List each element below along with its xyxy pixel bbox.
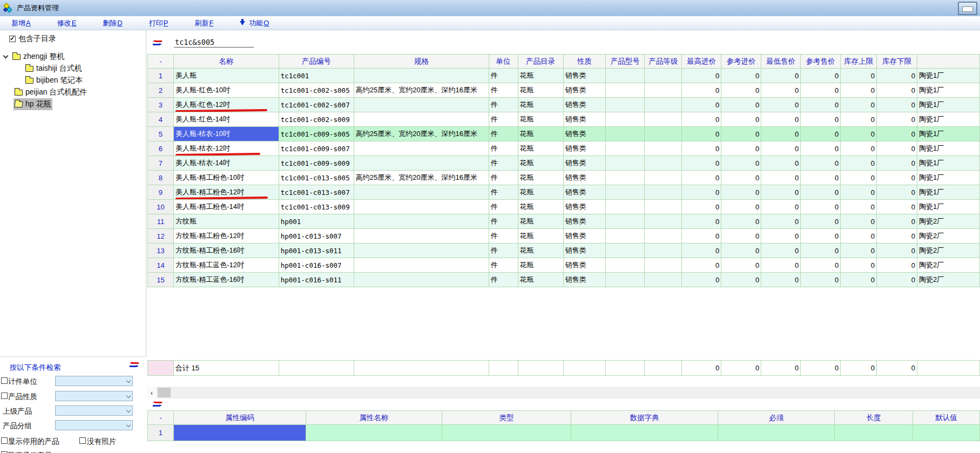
cell-grade[interactable] [645,112,682,127]
cell-stock_up[interactable]: 0 [841,214,877,229]
collapse-panel-icon[interactable] [130,362,139,368]
scroll-left-button[interactable]: ‹ [147,387,157,398]
sidebar-item-peijian[interactable]: peijian 台式机配件 [0,86,146,98]
cell-name[interactable]: 方纹瓶 [173,214,279,229]
cell-max_buy[interactable]: 0 [682,185,721,200]
attr-cell-length[interactable] [835,425,913,441]
column-header-最高进价[interactable]: 最高进价 [682,55,721,69]
cell-stock_up[interactable]: 0 [841,156,877,171]
cell-spec[interactable] [354,200,489,214]
cell-nature[interactable]: 销售类 [563,171,606,185]
cell-factory[interactable]: 陶瓷1厂 [917,185,980,200]
cell-ref_sell[interactable]: 0 [801,127,841,141]
cell-grade[interactable] [645,185,682,200]
attr-cell-default[interactable] [913,425,980,441]
attr-column-header-必须[interactable]: 必须 [718,411,835,425]
cell-grade[interactable] [645,127,682,141]
toolbar-refresh-button[interactable]: 刷新F [194,18,213,28]
cell-model[interactable] [606,171,645,185]
cell-ref_sell[interactable]: 0 [801,273,841,287]
cell-spec[interactable]: 高约25厘米、宽约20厘米、深约16厘米 [354,171,489,185]
cell-ref_sell[interactable]: 0 [801,258,841,273]
cell-max_buy[interactable]: 0 [682,156,721,171]
cell-spec[interactable]: 高约25厘米、宽约20厘米、深约16厘米 [354,83,489,98]
cell-nature[interactable]: 销售类 [563,141,606,156]
filter-dropdown-unit[interactable] [55,376,133,386]
cell-ref_sell[interactable]: 0 [801,69,841,83]
cell-catalog[interactable]: 花瓶 [518,69,563,83]
cell-code[interactable]: tc1c001-c013-s009 [279,200,354,214]
cell-grade[interactable] [645,229,682,244]
cell-max_buy[interactable]: 0 [682,127,721,141]
cell-unit[interactable]: 件 [489,112,518,127]
cell-stock_down[interactable]: 0 [877,273,917,287]
attr-column-header-indicator[interactable]: - [148,411,174,425]
cell-nature[interactable]: 销售类 [563,200,606,214]
cell-ref_buy[interactable]: 0 [721,258,761,273]
cell-factory[interactable]: 陶瓷1厂 [917,171,980,185]
attr-column-header-属性名称[interactable]: 属性名称 [306,411,442,425]
cell-unit[interactable]: 件 [489,214,518,229]
cell-spec[interactable] [354,112,489,127]
cell-stock_up[interactable]: 0 [841,141,877,156]
cell-min_sell[interactable]: 0 [761,141,801,156]
sidebar-item-bijiben[interactable]: bijiben 笔记本 [0,75,146,86]
cell-name[interactable]: 美人瓶-精工粉色-10吋 [173,171,279,185]
cell-catalog[interactable]: 花瓶 [518,171,563,185]
cell-ref_buy[interactable]: 0 [721,214,761,229]
cell-min_sell[interactable]: 0 [761,98,801,112]
cell-model[interactable] [606,127,645,141]
cell-num[interactable]: 1 [148,69,174,83]
cell-code[interactable]: tc1c001-c009-s007 [279,141,354,156]
cell-nature[interactable]: 销售类 [563,244,606,258]
cell-model[interactable] [606,98,645,112]
cell-nature[interactable]: 销售类 [563,229,606,244]
cell-unit[interactable]: 件 [489,171,518,185]
cell-min_sell[interactable]: 0 [761,258,801,273]
cell-factory[interactable]: 陶瓷2厂 [917,258,980,273]
cell-stock_up[interactable]: 0 [841,273,877,287]
cell-num[interactable]: 4 [148,112,174,127]
cell-ref_buy[interactable]: 0 [721,244,761,258]
cell-factory[interactable]: 陶瓷1厂 [917,156,980,171]
cell-min_sell[interactable]: 0 [761,171,801,185]
cell-model[interactable] [606,244,645,258]
cell-stock_down[interactable]: 0 [877,83,917,98]
attr-cell-name[interactable] [306,425,442,441]
cell-ref_buy[interactable]: 0 [721,127,761,141]
cell-code[interactable]: hp001-c016-s011 [279,273,354,287]
cell-min_sell[interactable]: 0 [761,127,801,141]
cell-ref_buy[interactable]: 0 [721,273,761,287]
cell-grade[interactable] [645,171,682,185]
toolbar-edit-button[interactable]: 修改E [57,18,77,28]
cell-max_buy[interactable]: 0 [682,273,721,287]
cell-unit[interactable]: 件 [489,141,518,156]
filter-checkbox-unit[interactable] [1,377,8,384]
column-header-产品编号[interactable]: 产品编号 [279,55,354,69]
cell-grade[interactable] [645,200,682,214]
cell-stock_down[interactable]: 0 [877,98,917,112]
cell-name[interactable]: 方纹瓶-精工蓝色-16吋 [173,273,279,287]
filter-dropdown-nature[interactable] [55,391,133,401]
toolbar-add-button[interactable]: 新增A [11,18,31,28]
cell-ref_buy[interactable]: 0 [721,171,761,185]
column-header-产品等级[interactable]: 产品等级 [645,55,682,69]
attr-column-header-长度[interactable]: 长度 [835,411,913,425]
incremental-search-text[interactable]: tc1c&s005 [175,38,214,46]
cell-min_sell[interactable]: 0 [761,229,801,244]
cell-ref_sell[interactable]: 0 [801,185,841,200]
cell-min_sell[interactable]: 0 [761,112,801,127]
cell-ref_sell[interactable]: 0 [801,83,841,98]
cell-max_buy[interactable]: 0 [682,244,721,258]
attr-cell-required[interactable] [718,425,835,441]
cell-min_sell[interactable]: 0 [761,273,801,287]
cell-model[interactable] [606,141,645,156]
cell-name[interactable]: 美人瓶 [173,69,279,83]
attr-cell-dict[interactable] [571,425,718,441]
cell-grade[interactable] [645,69,682,83]
cell-catalog[interactable]: 花瓶 [518,112,563,127]
attr-cell-num[interactable]: 1 [148,425,174,441]
attr-column-header-类型[interactable]: 类型 [442,411,571,425]
column-header-库存下限[interactable]: 库存下限 [877,55,917,69]
cell-ref_sell[interactable]: 0 [801,112,841,127]
